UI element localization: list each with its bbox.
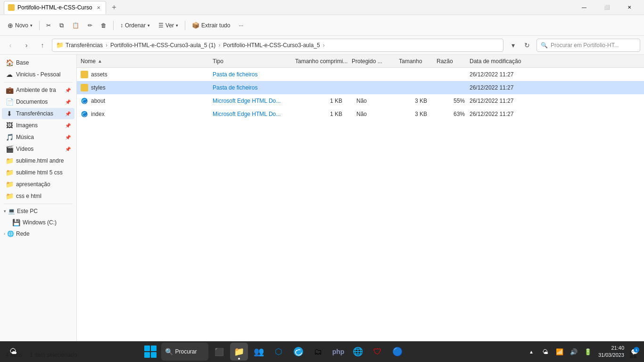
crumb-3: Portifolio-HTML-e-CSS-Curso3-aula_5 [223, 42, 320, 49]
battery-tray-icon[interactable]: 🔋 [582, 346, 594, 357]
minimize-button[interactable]: — [573, 0, 595, 15]
cut-button[interactable]: ✂ [42, 18, 55, 33]
task-view-button[interactable]: ⬛ [210, 343, 228, 361]
novo-button[interactable]: ⊕ Novo ▾ [4, 18, 36, 33]
chevron-right-icon: › [4, 231, 5, 236]
sidebar-label-windows-c: Windows (C:) [23, 219, 71, 226]
chrome-taskbar-button[interactable]: 🔵 [388, 343, 406, 361]
extrair-button[interactable]: 📦 Extrair tudo [188, 18, 234, 33]
address-dropdown-button[interactable]: ▾ [506, 39, 520, 52]
delete-button[interactable]: 🗑 [97, 18, 110, 33]
php-taskbar-button[interactable]: php [329, 343, 347, 361]
home-icon: 🏠 [6, 59, 13, 66]
col-header-modified[interactable]: Data de modificação [470, 58, 640, 65]
notification-button[interactable]: 💬 1 [629, 346, 640, 357]
network-icon: 🌐 [7, 230, 14, 237]
active-tab[interactable]: Portifolio-HTML-e-CSS-Curso ✕ [4, 1, 106, 14]
browser2-taskbar-button[interactable]: 🌐 [349, 343, 367, 361]
new-tab-button[interactable]: ＋ [108, 1, 120, 14]
cell-name-styles: styles [81, 84, 213, 91]
file-explorer-taskbar-button[interactable]: 📁 [230, 343, 248, 361]
filemanager-taskbar-button[interactable]: 🗂 [309, 343, 327, 361]
table-row[interactable]: about Microsoft Edge HTML Do... 1 KB Não… [77, 94, 644, 107]
weather-widget[interactable]: 🌤 [4, 342, 23, 361]
sidebar-label-este-pc: Este PC [17, 208, 38, 214]
refresh-button[interactable]: ↻ [520, 39, 534, 52]
music-icon: 🎵 [6, 133, 13, 141]
sidebar-item-sublime-andre[interactable]: 📁 sublime.html andre [2, 155, 74, 166]
table-row[interactable]: styles Pasta de ficheiros 26/12/2022 11:… [77, 81, 644, 94]
table-row[interactable]: assets Pasta de ficheiros 26/12/2022 11:… [77, 68, 644, 81]
teams-taskbar-button[interactable]: 👥 [250, 343, 268, 361]
volume-tray-icon[interactable]: 🔊 [568, 346, 579, 357]
vscode-taskbar-button[interactable]: ⬡ [270, 343, 288, 361]
sidebar-item-imagens[interactable]: 🖼 Imagens 📌 [2, 120, 74, 131]
pin-icon-ambiente: 📌 [65, 88, 71, 93]
ver-label: Ver [165, 22, 174, 29]
sidebar-item-vinicius[interactable]: ☁ Vinicius - Pessoal [2, 69, 74, 80]
col-header-name[interactable]: Nome ▲ [81, 58, 213, 65]
cell-protected-index: Não [352, 111, 399, 117]
sidebar-item-ambiente[interactable]: 💼 Ambiente de tra 📌 [2, 84, 74, 96]
crumb-1: Transferências [66, 42, 103, 49]
forward-button[interactable]: › [20, 39, 33, 52]
address-bar[interactable]: 📁 Transferências › Portifolio-HTML-e-CSS… [52, 39, 504, 52]
tab-folder-icon [8, 4, 15, 11]
sidebar-group-rede[interactable]: › 🌐 Rede [0, 229, 76, 239]
expand-tray-button[interactable]: ▲ [526, 346, 537, 357]
start-button[interactable] [141, 343, 159, 361]
col-header-tipo[interactable]: Tipo [213, 58, 295, 65]
search-icon: 🔍 [541, 42, 548, 49]
ordenar-button[interactable]: ↕ Ordenar ▾ [116, 18, 154, 33]
taskbar-right: ▲ 🌤 📶 🔊 🔋 21:40 31/03/2023 💬 1 [526, 345, 640, 359]
close-button[interactable]: ✕ [619, 0, 640, 15]
file-header: Nome ▲ Tipo Tamanho comprimi... Protegid… [77, 55, 644, 68]
sidebar-label-imagens: Imagens [16, 122, 62, 129]
network-tray-icon[interactable]: 📶 [554, 346, 565, 357]
cell-name-about: about [81, 97, 213, 105]
ver-button[interactable]: ☰ Ver ▾ [155, 18, 182, 33]
teams-icon: 👥 [254, 346, 264, 357]
sidebar-item-sublime-css[interactable]: 📁 sublime html 5 css [2, 167, 74, 178]
sidebar-label-apresentacao: apresentação [16, 181, 71, 188]
col-header-size[interactable]: Tamanho [399, 58, 437, 65]
extrair-icon: 📦 [192, 22, 199, 29]
col-size-label: Tamanho [399, 58, 422, 65]
copy-button[interactable]: ⧉ [56, 18, 67, 33]
sidebar-divider-2 [4, 204, 73, 204]
sidebar-item-apresentacao[interactable]: 📁 apresentação [2, 179, 74, 190]
edge-taskbar-button[interactable] [289, 343, 307, 361]
more-button[interactable]: ··· [235, 18, 247, 33]
weather-tray-icon[interactable]: 🌤 [540, 346, 551, 357]
sidebar-group-este-pc[interactable]: ▾ 💻 Este PC [0, 206, 76, 216]
col-header-protected[interactable]: Protegido ... [352, 58, 399, 65]
sidebar-item-videos[interactable]: 🎬 Vídeos 📌 [2, 143, 74, 155]
pc-icon: 💻 [8, 208, 15, 214]
cell-tipo-styles: Pasta de ficheiros [213, 84, 295, 91]
table-row[interactable]: index Microsoft Edge HTML Do... 1 KB Não… [77, 107, 644, 121]
sidebar-item-css-html[interactable]: 📁 css e html [2, 190, 74, 202]
maximize-button[interactable]: ⬜ [596, 0, 618, 15]
sidebar-item-base[interactable]: 🏠 Base [2, 57, 74, 68]
sidebar-item-transferencias[interactable]: ⬇ Transferências 📌 [2, 108, 74, 119]
search-taskbar-button[interactable]: 🔍 Procurar [161, 343, 208, 361]
cell-name-assets: assets [81, 71, 213, 78]
sidebar-item-windows-c[interactable]: 💾 Windows (C:) [2, 217, 74, 228]
col-header-razao[interactable]: Razão [437, 58, 470, 65]
cell-modified-styles: 26/12/2022 11:27 [470, 84, 640, 91]
rename-button[interactable]: ✏ [84, 18, 96, 33]
sidebar-item-musica[interactable]: 🎵 Música 📌 [2, 132, 74, 143]
search-bar[interactable]: 🔍 Procurar em Portifolio-HT... [537, 39, 640, 52]
paste-button[interactable]: 📋 [68, 18, 83, 33]
chrome-icon: 🔵 [392, 346, 403, 357]
back-button[interactable]: ‹ [4, 39, 17, 52]
antivirus-taskbar-button[interactable]: 🛡 [369, 343, 387, 361]
sidebar-item-documentos[interactable]: 📄 Documentos 📌 [2, 96, 74, 107]
time-display[interactable]: 21:40 31/03/2023 [596, 345, 626, 359]
col-protected-label: Protegido ... [352, 58, 382, 65]
plus-icon: ⊕ [8, 22, 13, 29]
col-header-compressed[interactable]: Tamanho comprimi... [295, 58, 352, 65]
delete-icon: 🗑 [101, 22, 107, 29]
tab-close-button[interactable]: ✕ [95, 4, 102, 11]
up-button[interactable]: ↑ [36, 39, 49, 52]
